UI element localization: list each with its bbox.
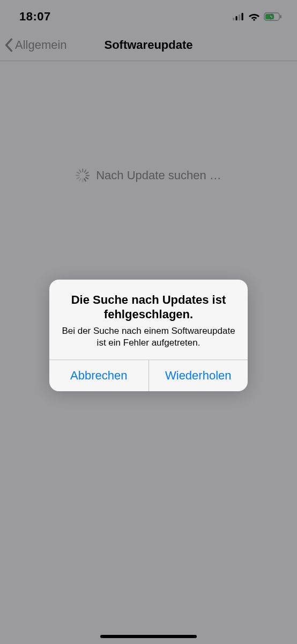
alert-body: Die Suche nach Updates ist fehlgeschlage… [49, 280, 248, 360]
alert-title: Die Suche nach Updates ist fehlgeschlage… [60, 292, 237, 322]
cancel-button[interactable]: Abbrechen [49, 360, 148, 391]
alert-dialog: Die Suche nach Updates ist fehlgeschlage… [49, 280, 248, 391]
alert-message: Bei der Suche nach einem Softwareupdate … [60, 325, 237, 349]
modal-overlay: Die Suche nach Updates ist fehlgeschlage… [0, 0, 297, 644]
home-indicator [100, 635, 197, 638]
retry-button[interactable]: Wiederholen [148, 360, 248, 391]
alert-buttons: Abbrechen Wiederholen [49, 360, 248, 391]
